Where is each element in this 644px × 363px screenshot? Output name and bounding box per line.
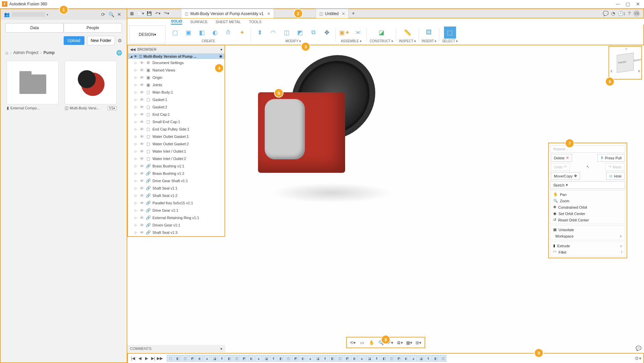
- close-panel-icon[interactable]: ✕: [115, 12, 123, 17]
- eye-icon[interactable]: 👁: [140, 164, 144, 168]
- browser-item[interactable]: ▷ 👁 ▢ Small End Cap:1: [128, 118, 224, 125]
- eye-icon[interactable]: 👁: [140, 171, 144, 175]
- expand-icon[interactable]: ▷: [135, 113, 139, 116]
- measure-icon[interactable]: 📏: [401, 27, 413, 39]
- team-name-redacted[interactable]: [12, 12, 45, 17]
- team-icon[interactable]: 👥: [4, 12, 10, 17]
- delete-button[interactable]: Delete ✕: [551, 154, 572, 162]
- press-pull-button[interactable]: ⬍ Press Pull: [597, 154, 625, 162]
- timeline-feature[interactable]: ◩: [395, 355, 402, 362]
- sweep-icon[interactable]: ⫛: [222, 27, 235, 39]
- eye-icon[interactable]: 👁: [140, 194, 144, 198]
- plane-icon[interactable]: ◪: [375, 27, 387, 39]
- expand-icon[interactable]: ▷: [135, 98, 139, 101]
- timeline-feature[interactable]: ◐: [196, 355, 203, 362]
- timeline-next-icon[interactable]: ▶|: [150, 356, 156, 361]
- browser-menu-icon[interactable]: ●: [220, 47, 222, 51]
- timeline-feature[interactable]: ⬍: [425, 355, 432, 362]
- timeline-feature[interactable]: ⬍: [322, 355, 328, 362]
- revolve-icon[interactable]: ◐: [209, 27, 221, 39]
- box-icon[interactable]: ▣: [182, 27, 194, 39]
- timeline-feature[interactable]: ◧: [381, 355, 387, 362]
- browser-item[interactable]: ▷ 👁 🔗 Brass Bushing v1:1: [128, 162, 224, 170]
- presspull-icon[interactable]: ⬍: [254, 27, 266, 39]
- search-icon[interactable]: 🔍: [107, 12, 115, 17]
- collapse-icon[interactable]: ◀◀: [130, 47, 135, 52]
- feedback-icon[interactable]: 💬: [636, 346, 641, 351]
- expand-icon[interactable]: ▷: [135, 194, 139, 197]
- document-tab[interactable]: ◫ Untitled ✕: [316, 9, 349, 18]
- timeline-feature[interactable]: ◪: [314, 355, 321, 362]
- browser-item[interactable]: ▷ 👁 ▢ Water Outlet Gasket:2: [128, 140, 224, 148]
- sketch-icon[interactable]: ▢: [169, 27, 181, 39]
- browser-item[interactable]: ▷ 👁 ▣ Named Views: [128, 66, 224, 74]
- timeline-feature[interactable]: ◩: [292, 355, 299, 362]
- timeline-feature[interactable]: ◫: [440, 355, 446, 362]
- expand-icon[interactable]: ▷: [135, 164, 139, 168]
- team-dropdown-icon[interactable]: ▾: [47, 13, 48, 16]
- expand-icon[interactable]: ▷: [135, 91, 139, 94]
- expand-icon[interactable]: ▷: [135, 209, 139, 212]
- timeline-feature[interactable]: ▲: [359, 355, 365, 362]
- eye-icon[interactable]: 👁: [140, 135, 144, 139]
- browser-item[interactable]: ▷ 👁 🔗 Driven Gear v1:1: [128, 221, 224, 229]
- timeline-feature[interactable]: ◩: [344, 355, 350, 362]
- tab-tools[interactable]: TOOLS: [249, 20, 261, 24]
- new-folder-button[interactable]: New Folder: [87, 36, 115, 45]
- viewport-icon[interactable]: ⊞▾: [414, 339, 423, 346]
- expand-icon[interactable]: ▷: [135, 61, 139, 64]
- orbit-icon[interactable]: ⟲▾: [349, 339, 357, 346]
- timeline-feature[interactable]: ◪: [366, 355, 373, 362]
- tab-surface[interactable]: SURFACE: [190, 20, 208, 24]
- network-icon[interactable]: 🌐: [116, 50, 122, 55]
- context-menu-item[interactable]: Workspace▸: [551, 233, 625, 239]
- help-icon[interactable]: ?: [628, 11, 631, 16]
- file-item-model[interactable]: ◫ Multi-Body Versi... V1▾: [65, 61, 117, 110]
- expand-icon[interactable]: ▷: [135, 83, 139, 87]
- eye-icon[interactable]: 👁: [140, 90, 144, 94]
- close-tab-icon[interactable]: ✕: [267, 11, 270, 16]
- fillet-icon[interactable]: ◠: [267, 27, 279, 39]
- grid-display-icon[interactable]: ▦▾: [405, 339, 413, 346]
- timeline-feature[interactable]: ◧: [174, 355, 181, 362]
- timeline-feature[interactable]: ◫: [285, 355, 292, 362]
- people-tab[interactable]: People: [64, 23, 122, 33]
- timeline-feature[interactable]: ◩: [189, 355, 196, 362]
- avatar[interactable]: VS: [633, 10, 640, 17]
- expand-icon[interactable]: ▷: [135, 76, 139, 79]
- data-tab[interactable]: Data: [5, 23, 64, 33]
- eye-icon[interactable]: 👁: [140, 216, 144, 220]
- refresh-icon[interactable]: ⟳: [99, 12, 107, 17]
- viewcube[interactable]: Y X Z FRONT RIGHT: [608, 46, 642, 80]
- browser-item[interactable]: ▷ 👁 🔗 Drive Gear Shaft v1:1: [128, 177, 224, 185]
- timeline-feature[interactable]: ◫: [182, 355, 188, 362]
- timeline-feature[interactable]: ⬍: [218, 355, 225, 362]
- browser-item[interactable]: ▷ 👁 ▢ Gasket:2: [128, 103, 224, 111]
- decal-icon[interactable]: 🖼: [423, 27, 435, 39]
- joint-icon[interactable]: ⫘: [352, 27, 364, 39]
- extensions-icon[interactable]: ◔: [611, 11, 615, 16]
- eye-icon[interactable]: 👁: [140, 61, 144, 65]
- close-tab-icon[interactable]: ✕: [342, 11, 345, 16]
- timeline-feature[interactable]: ◫: [388, 355, 395, 362]
- browser-item[interactable]: ▷ 👁 ▢ End Cap:1: [128, 111, 224, 118]
- job-status-icon[interactable]: 🕐1: [618, 11, 626, 16]
- grid-icon[interactable]: ▦: [127, 11, 136, 16]
- draft-icon[interactable]: ◩: [294, 27, 306, 39]
- expand-icon[interactable]: ▷: [135, 142, 139, 146]
- timeline-feature[interactable]: ▲: [255, 355, 262, 362]
- eye-icon[interactable]: 👁: [140, 149, 144, 153]
- timeline-feature[interactable]: ▲: [204, 355, 210, 362]
- timeline-feature[interactable]: ◐: [351, 355, 358, 362]
- timeline-end-icon[interactable]: ▶▶: [157, 356, 163, 361]
- home-icon[interactable]: ⌂: [5, 50, 8, 55]
- tab-solid[interactable]: SOLID: [171, 19, 182, 24]
- emboss-icon[interactable]: ✦: [236, 27, 248, 39]
- browser-root[interactable]: ◢ 👁 ◫ Multi-Body Version of Pump ... ◉: [128, 53, 224, 59]
- eye-icon[interactable]: 👁: [140, 127, 144, 131]
- browser-item[interactable]: ▷ 👁 🔗 Parallel Key 5x5x15 v1:1: [128, 199, 224, 207]
- select-icon[interactable]: ⬚: [444, 27, 456, 39]
- timeline-feature[interactable]: ◩: [241, 355, 247, 362]
- timeline-feature[interactable]: ◪: [263, 355, 269, 362]
- expand-icon[interactable]: ▷: [135, 157, 139, 160]
